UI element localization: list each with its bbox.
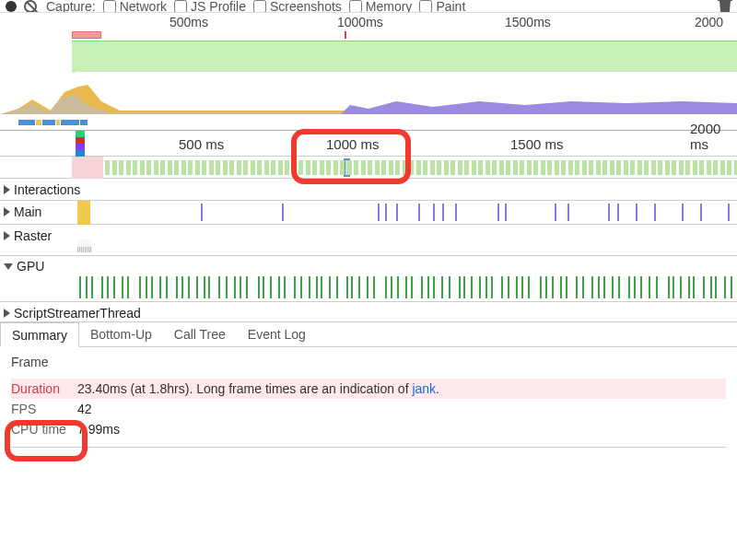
frame-tick[interactable] (423, 160, 427, 175)
capture-network[interactable]: Network (103, 0, 167, 13)
capture-network-checkbox[interactable] (103, 0, 116, 13)
frame-tick[interactable] (312, 160, 317, 175)
frame-tick[interactable] (513, 160, 518, 175)
frame-tick[interactable] (561, 160, 566, 175)
frame-tick[interactable] (112, 160, 117, 175)
frame-tick[interactable] (361, 160, 366, 175)
frame-tick[interactable] (146, 160, 151, 175)
frame-tick[interactable] (444, 160, 449, 175)
record-icon[interactable] (6, 1, 17, 12)
frame-tick[interactable] (693, 160, 697, 175)
tab-bottom-up[interactable]: Bottom-Up (79, 322, 163, 346)
frame-tick[interactable] (658, 160, 662, 175)
frame-tick[interactable] (450, 160, 455, 175)
overview-pane[interactable]: 500ms 1000ms 1500ms 2000 (0, 13, 737, 131)
capture-jsprofile[interactable]: JS Profile (174, 0, 246, 13)
frame-tick[interactable] (375, 160, 380, 175)
expand-icon[interactable] (4, 309, 10, 318)
frame-tick[interactable] (672, 160, 676, 175)
frame-tick[interactable] (713, 160, 718, 175)
frame-tick[interactable] (140, 160, 145, 175)
frame-tick[interactable] (630, 160, 635, 175)
frame-tick[interactable] (699, 160, 704, 175)
frame-tick[interactable] (368, 160, 372, 175)
frame-tick[interactable] (478, 160, 483, 175)
frame-tick[interactable] (596, 160, 601, 175)
frame-tick[interactable] (616, 160, 621, 175)
frame-tick[interactable] (568, 160, 573, 175)
frame-tick[interactable] (624, 160, 628, 175)
frame-tick[interactable] (320, 160, 324, 175)
frame-tick[interactable] (326, 160, 331, 175)
frame-tick[interactable] (168, 160, 172, 175)
capture-screenshots[interactable]: Screenshots (253, 0, 342, 13)
frame-tick[interactable] (347, 160, 352, 175)
frame-tick[interactable] (389, 160, 393, 175)
frame-tick[interactable] (485, 160, 490, 175)
expand-icon[interactable] (4, 207, 10, 216)
frame-tick[interactable] (292, 160, 297, 175)
frame-tick[interactable] (223, 160, 228, 175)
frame-tick[interactable] (271, 160, 275, 175)
frame-tick[interactable] (610, 160, 614, 175)
frame-tick[interactable] (602, 160, 607, 175)
frame-tick[interactable] (181, 160, 186, 175)
tab-event-log[interactable]: Event Log (237, 322, 317, 346)
capture-screenshots-checkbox[interactable] (253, 0, 266, 13)
frame-tick[interactable] (216, 160, 220, 175)
frame-tick[interactable] (264, 160, 269, 175)
track-interactions[interactable]: Interactions (0, 179, 737, 201)
clear-icon[interactable] (24, 0, 37, 13)
track-scriptstreamer[interactable]: ScriptStreamerThread (0, 302, 737, 322)
frame-tick[interactable] (727, 160, 731, 175)
frame-tick[interactable] (202, 160, 206, 175)
frame-tick[interactable] (285, 160, 289, 175)
frame-tick[interactable] (499, 160, 504, 175)
frame-tick[interactable] (126, 160, 131, 175)
frame-tick[interactable] (409, 160, 414, 175)
frame-tick[interactable] (734, 160, 738, 175)
frame-tick[interactable] (237, 160, 241, 175)
frame-tick[interactable] (582, 160, 587, 175)
frame-tick[interactable] (229, 160, 234, 175)
frame-tick[interactable] (133, 160, 137, 175)
frame-tick[interactable] (651, 160, 656, 175)
frame-tick[interactable] (527, 160, 532, 175)
collapse-icon[interactable] (4, 263, 13, 270)
frame-tick[interactable] (243, 160, 248, 175)
frame-tick[interactable] (464, 160, 469, 175)
frame-tick[interactable] (195, 160, 200, 175)
trash-icon[interactable] (719, 0, 731, 13)
frame-tick[interactable] (298, 160, 303, 175)
frame-tick[interactable] (395, 160, 400, 175)
frame-tick[interactable] (547, 160, 552, 175)
frame-tick[interactable] (589, 160, 593, 175)
frame-tick[interactable] (685, 160, 690, 175)
frame-tick[interactable] (251, 160, 255, 175)
frame-tick[interactable] (188, 160, 193, 175)
frame-tick[interactable] (174, 160, 179, 175)
capture-memory[interactable]: Memory (349, 0, 413, 13)
frame-tick[interactable] (555, 160, 559, 175)
frame-tick[interactable] (354, 160, 358, 175)
frame-tick[interactable] (306, 160, 310, 175)
frame-tick[interactable] (209, 160, 214, 175)
frame-tick[interactable] (154, 160, 158, 175)
capture-paint-checkbox[interactable] (419, 0, 432, 13)
frame-tick[interactable] (119, 160, 123, 175)
frame-tick[interactable] (638, 160, 642, 175)
frame-tick[interactable] (520, 160, 524, 175)
tab-call-tree[interactable]: Call Tree (163, 322, 237, 346)
frame-tick[interactable] (492, 160, 497, 175)
frame-tick[interactable] (472, 160, 476, 175)
frame-tick[interactable] (416, 160, 421, 175)
frame-tick[interactable] (381, 160, 386, 175)
track-gpu[interactable]: GPU (0, 256, 737, 302)
frame-tick[interactable] (458, 160, 462, 175)
frame-tick[interactable] (533, 160, 538, 175)
frame-tick[interactable] (403, 160, 407, 175)
frame-tick[interactable] (707, 160, 711, 175)
expand-icon[interactable] (4, 231, 10, 240)
track-raster[interactable]: Raster (0, 225, 737, 256)
expand-icon[interactable] (4, 185, 10, 194)
